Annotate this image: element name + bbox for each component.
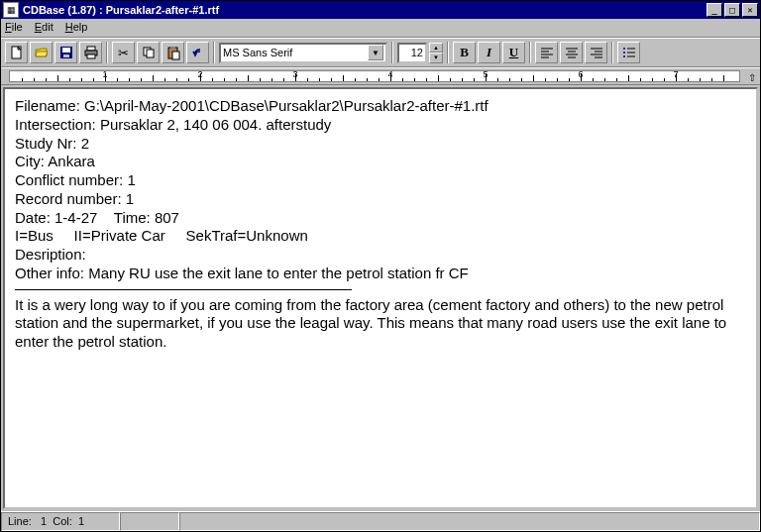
ruler-arrow-icon: ⇧ [748, 72, 756, 83]
svg-point-26 [623, 52, 625, 53]
doc-line: Date: 1-4-27 Time: 807 [15, 209, 746, 228]
svg-rect-11 [172, 52, 179, 59]
font-name: MS Sans Serif [223, 47, 292, 58]
separator [213, 42, 215, 63]
svg-rect-8 [147, 50, 154, 57]
bullets-button[interactable] [617, 42, 640, 63]
document-area[interactable]: Filename: G:\April-May-2001\CDBase\Pursa… [3, 87, 758, 509]
svg-point-28 [623, 55, 625, 57]
window-title: CDBase (1.87) : Pursaklar2-after-#1.rtf [23, 4, 705, 16]
doc-line: Record number: 1 [15, 190, 746, 209]
doc-paragraph: It is a wery long way to if you are comi… [15, 296, 746, 352]
toolbar: ✂ MS Sans Serif ▼ 12 ▲▼ B I U [1, 38, 760, 67]
undo-button[interactable] [186, 42, 209, 63]
statusbar: Line: 1 Col: 1 [1, 511, 760, 531]
status-cell [179, 512, 760, 531]
separator [106, 42, 108, 63]
separator [391, 42, 393, 63]
status-cell [120, 512, 179, 531]
new-button[interactable] [5, 42, 28, 63]
copy-button[interactable] [137, 42, 160, 63]
align-center-button[interactable] [560, 42, 583, 63]
menu-edit[interactable]: Edit [35, 21, 54, 35]
open-button[interactable] [30, 42, 53, 63]
separator [611, 42, 613, 63]
doc-line: Intersection: Pursaklar 2, 140 06 004. a… [15, 116, 746, 135]
dropdown-icon[interactable]: ▼ [368, 45, 383, 60]
ruler: 1234567 ⇧ [1, 67, 760, 85]
app-icon: ▦ [3, 2, 19, 18]
doc-divider [15, 289, 352, 290]
titlebar: ▦ CDBase (1.87) : Pursaklar2-after-#1.rt… [1, 1, 760, 19]
doc-line: Study Nr: 2 [15, 135, 746, 154]
doc-line: City: Ankara [15, 153, 746, 171]
menu-help[interactable]: Help [65, 21, 88, 35]
status-position: Line: 1 Col: 1 [1, 512, 120, 531]
doc-line: Other info: Many RU use the exit lane to… [15, 265, 746, 283]
menubar: File Edit Help [1, 19, 760, 38]
menu-file[interactable]: File [5, 21, 23, 35]
separator [447, 42, 449, 63]
cut-button[interactable]: ✂ [112, 42, 135, 63]
italic-button[interactable]: I [478, 42, 500, 63]
maximize-button[interactable]: □ [724, 3, 740, 17]
svg-rect-3 [63, 54, 69, 57]
separator [529, 42, 531, 63]
svg-rect-2 [62, 48, 70, 53]
font-size-spinner[interactable]: ▲▼ [429, 43, 443, 63]
paste-button[interactable] [162, 42, 184, 63]
font-size-input[interactable]: 12 [397, 43, 427, 63]
minimize-button[interactable]: _ [707, 3, 722, 17]
ruler-scale: 1234567 [9, 70, 740, 82]
align-right-button[interactable] [585, 42, 607, 63]
save-button[interactable] [54, 42, 77, 63]
doc-line: Desription: [15, 246, 746, 265]
doc-line: Conflict number: 1 [15, 171, 746, 190]
close-button[interactable]: ✕ [742, 3, 758, 17]
font-select[interactable]: MS Sans Serif ▼ [219, 43, 387, 63]
svg-rect-10 [170, 47, 175, 50]
doc-line: I=Bus II=Private Car SekTraf=Unknown [15, 227, 746, 246]
underline-button[interactable]: U [502, 42, 525, 63]
bold-button[interactable]: B [453, 42, 476, 63]
svg-point-24 [623, 48, 625, 50]
align-left-button[interactable] [535, 42, 558, 63]
svg-rect-4 [87, 47, 95, 51]
print-button[interactable] [79, 42, 102, 63]
doc-line: Filename: G:\April-May-2001\CDBase\Pursa… [15, 97, 746, 116]
svg-rect-6 [87, 54, 95, 58]
